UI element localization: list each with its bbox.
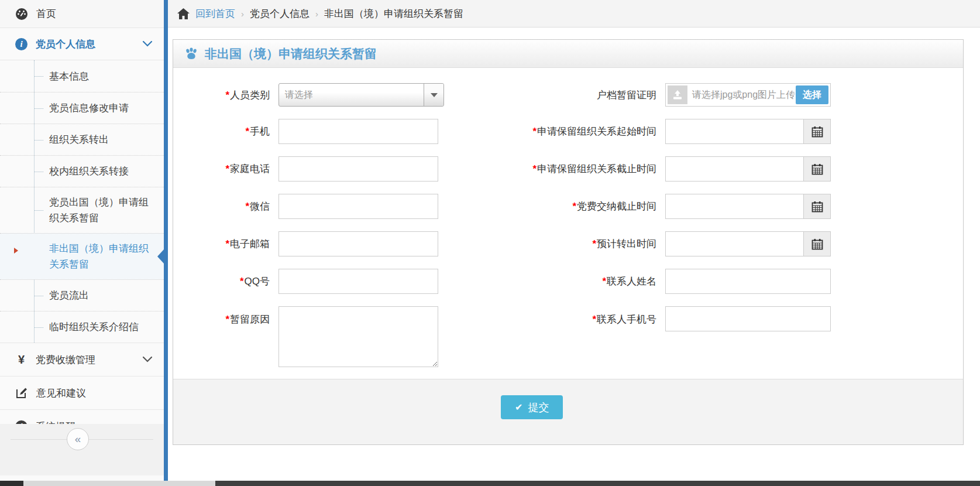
panel-header: 非出国（境）申请组织关系暂留	[173, 40, 963, 68]
sidebar-item-non-abroad-retention[interactable]: 非出国（境）申请组织关系暂留	[0, 233, 164, 279]
submenu-label: 校内组织关系转接	[49, 163, 129, 179]
required-marker: *	[225, 90, 229, 101]
sidebar-item-abroad-retention[interactable]: 党员出国（境）申请组织关系暂留	[0, 187, 164, 233]
field-label-archive-proof: 户档暂留证明	[447, 88, 656, 102]
form-row: *人员类别 请选择 户档暂留证明 请选择jpg或png图片上	[197, 83, 963, 107]
archive-proof-upload[interactable]: 请选择jpg或png图片上传 选择	[665, 83, 831, 107]
sidebar-item-home[interactable]: 首页	[0, 0, 164, 28]
sidebar-item-label: 首页	[36, 7, 56, 20]
sidebar-item-campus-relation-transfer[interactable]: 校内组织关系转接	[0, 155, 164, 187]
field-label-retention-end: *申请保留组织关系截止时间	[447, 162, 656, 176]
retention-end-date-field	[665, 156, 831, 182]
required-marker: *	[245, 126, 249, 137]
retention-start-date-input[interactable]	[666, 119, 803, 143]
horizontal-scrollbar[interactable]	[0, 481, 980, 486]
check-icon: ✔	[515, 402, 522, 413]
submit-button[interactable]: ✔ 提交	[501, 395, 563, 419]
chevron-down-icon	[143, 357, 152, 362]
sidebar-section-label: 党费收缴管理	[36, 353, 95, 367]
required-marker: *	[245, 201, 249, 212]
scrollbar-track	[23, 481, 215, 486]
content-panel: 非出国（境）申请组织关系暂留 *人员类别 请选择 户档暂留证明	[173, 39, 964, 445]
required-marker: *	[532, 163, 537, 174]
field-label-contact-mobile: *联系人手机号	[447, 306, 656, 326]
sidebar-collapse-button[interactable]: «	[67, 428, 89, 450]
sidebar-item-label: 意见和建议	[36, 386, 86, 400]
retention-start-date-field	[665, 119, 831, 144]
field-label-transfer-time: *预计转出时间	[447, 237, 656, 251]
wechat-input[interactable]	[278, 194, 438, 219]
sidebar-section-fee-mgmt[interactable]: ¥ 党费收缴管理	[0, 343, 164, 376]
sidebar-item-basic-info[interactable]: 基本信息	[0, 60, 164, 92]
sidebar-submenu: 基本信息 党员信息修改申请 组织关系转出 校内组织关系转接 党员出国（境）申请组…	[0, 60, 164, 343]
form-row: *暂留原因 *联系人手机号	[197, 306, 963, 367]
fee-deadline-date-input[interactable]	[666, 194, 803, 218]
form-row: *家庭电话 *申请保留组织关系截止时间	[197, 156, 963, 182]
qq-input[interactable]	[278, 269, 438, 294]
form: *人员类别 请选择 户档暂留证明 请选择jpg或png图片上	[173, 68, 963, 379]
field-label-contact-name: *联系人姓名	[447, 275, 656, 288]
field-label-retention-reason: *暂留原因	[197, 306, 270, 326]
sidebar-item-info-modify[interactable]: 党员信息修改申请	[0, 92, 164, 124]
form-row: *QQ号 *联系人姓名	[197, 269, 963, 294]
calendar-icon[interactable]	[803, 157, 830, 181]
person-category-select[interactable]: 请选择	[278, 83, 444, 107]
required-marker: *	[572, 201, 576, 212]
retention-end-date-input[interactable]	[666, 157, 803, 181]
required-marker: *	[225, 238, 229, 249]
sidebar-section-member-info[interactable]: i 党员个人信息	[0, 28, 164, 60]
submenu-label: 党员信息修改申请	[49, 100, 129, 116]
calendar-icon[interactable]	[803, 232, 830, 256]
calendar-icon[interactable]	[803, 119, 830, 143]
mobile-input[interactable]	[278, 119, 438, 144]
breadcrumb-item-current: 非出国（境）申请组织关系暂留	[324, 7, 463, 20]
transfer-time-date-input[interactable]	[666, 232, 803, 256]
sidebar-collapse-area: «	[0, 424, 164, 475]
field-label-fee-deadline: *党费交纳截止时间	[447, 200, 656, 213]
sidebar-item-feedback[interactable]: 意见和建议	[0, 376, 164, 409]
caret-down-icon	[431, 93, 438, 97]
sidebar-item-relation-transfer-out[interactable]: 组织关系转出	[0, 124, 164, 155]
main-area: 回到首页 › 党员个人信息 › 非出国（境）申请组织关系暂留 非出国（境）申请组…	[168, 0, 980, 481]
page-title: 非出国（境）申请组织关系暂留	[205, 46, 377, 62]
form-row: *手机 *申请保留组织关系起始时间	[197, 119, 963, 144]
sidebar-item-member-outflow[interactable]: 党员流出	[0, 279, 164, 311]
select-dropdown-button[interactable]	[424, 84, 443, 106]
scrollbar-thumb[interactable]	[215, 481, 980, 486]
required-marker: *	[240, 276, 244, 287]
home-phone-input[interactable]	[278, 156, 438, 182]
required-marker: *	[592, 238, 596, 249]
field-label-wechat: *微信	[197, 200, 270, 213]
retention-reason-textarea[interactable]	[278, 306, 438, 367]
contact-mobile-input[interactable]	[665, 306, 831, 331]
active-marker-arrow	[157, 249, 164, 263]
upload-choose-button[interactable]: 选择	[796, 85, 828, 104]
submenu-label: 党员出国（境）申请组织关系暂留	[49, 194, 149, 226]
info-circle-icon: i	[15, 38, 27, 50]
sidebar-section-label: 党员个人信息	[36, 37, 95, 51]
required-marker: *	[225, 314, 229, 325]
select-placeholder: 请选择	[279, 84, 424, 106]
field-label-retention-start: *申请保留组织关系起始时间	[447, 125, 656, 138]
app-root: 首页 i 党员个人信息 基本信息 党员信息修改申请 组织关系转出 校内组织关系转…	[0, 0, 980, 486]
chevron-down-icon	[143, 41, 152, 47]
form-row: *微信 *党费交纳截止时间	[197, 194, 963, 219]
sidebar: 首页 i 党员个人信息 基本信息 党员信息修改申请 组织关系转出 校内组织关系转…	[0, 0, 164, 481]
submenu-label: 临时组织关系介绍信	[49, 319, 139, 335]
required-marker: *	[602, 276, 606, 287]
submenu-label: 组织关系转出	[49, 132, 109, 148]
scrollbar-segment	[0, 481, 23, 486]
email-input[interactable]	[278, 231, 438, 256]
field-label-home-phone: *家庭电话	[197, 162, 270, 176]
field-label-email: *电子邮箱	[197, 237, 270, 251]
sidebar-item-temp-relation-letter[interactable]: 临时组织关系介绍信	[0, 311, 164, 343]
breadcrumb-home-link[interactable]: 回到首页	[195, 7, 235, 20]
submenu-label: 基本信息	[49, 69, 89, 84]
edit-icon	[15, 386, 28, 399]
submit-label: 提交	[528, 401, 549, 415]
contact-name-input[interactable]	[665, 269, 831, 294]
submenu-label: 非出国（境）申请组织关系暂留	[49, 241, 149, 272]
calendar-icon[interactable]	[803, 194, 830, 218]
required-marker: *	[225, 163, 229, 174]
fee-deadline-date-field	[665, 194, 831, 219]
